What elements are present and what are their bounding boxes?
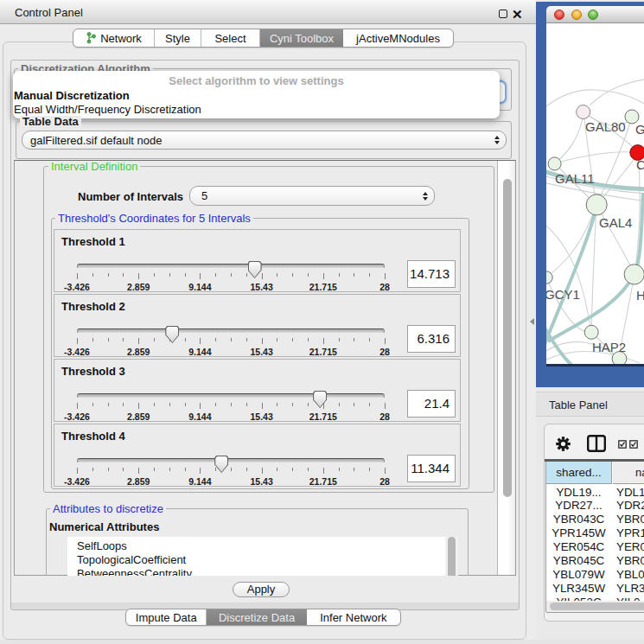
svg-text:C: C	[636, 157, 644, 172]
svg-text:GCY1: GCY1	[546, 287, 580, 302]
svg-text:GAL4: GAL4	[599, 215, 632, 230]
svg-text:HAP2: HAP2	[592, 340, 626, 354]
svg-text:H: H	[636, 288, 644, 303]
svg-text:GAL11: GAL11	[555, 171, 595, 186]
svg-text:GAL80: GAL80	[585, 119, 626, 134]
svg-text:GA: GA	[635, 122, 644, 137]
